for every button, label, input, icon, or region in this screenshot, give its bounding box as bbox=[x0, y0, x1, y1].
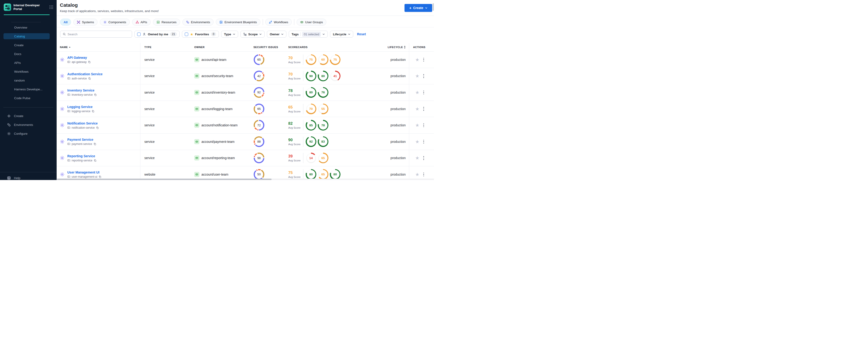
security-issues-gauge: 65 bbox=[254, 54, 265, 65]
person-icon bbox=[143, 32, 146, 36]
favorites-checkbox[interactable] bbox=[185, 32, 188, 36]
scorecard-value: 80 bbox=[306, 87, 316, 98]
entity-name-link[interactable]: Inventory Service bbox=[67, 89, 94, 92]
sidebar-bottom-nav: Create Environments Configure bbox=[0, 112, 57, 138]
actions-cell bbox=[409, 139, 434, 144]
favorites-filter[interactable]: ★ Favorites 0 bbox=[182, 31, 219, 38]
sidebar-item-overview[interactable]: Overview bbox=[0, 23, 57, 32]
tab-components[interactable]: Components bbox=[100, 19, 130, 26]
sidebar-bottom-item-configure[interactable]: Configure bbox=[0, 129, 57, 138]
entity-name-link[interactable]: Logging Service bbox=[67, 105, 93, 109]
favorites-count-badge: 0 bbox=[211, 32, 216, 36]
sidebar-item-workflows[interactable]: Workflows bbox=[0, 67, 57, 76]
favorite-star-icon[interactable] bbox=[415, 57, 420, 62]
scorecard-ring: 70 bbox=[306, 103, 316, 114]
security-issues-gauge: 72 bbox=[254, 120, 265, 130]
favorite-star-icon[interactable] bbox=[415, 90, 420, 95]
tab-all[interactable]: All bbox=[60, 19, 71, 26]
owner-dropdown[interactable]: Owner bbox=[267, 31, 286, 38]
header-divider bbox=[57, 16, 434, 16]
vertical-scrollbar-thumb[interactable] bbox=[433, 3, 434, 11]
owned-by-me-filter[interactable]: Owned by me 21 bbox=[134, 31, 180, 38]
entity-name-link[interactable]: User Management UI bbox=[67, 171, 99, 174]
tab-user-groups[interactable]: User Groups bbox=[297, 19, 327, 26]
tab-systems[interactable]: Systems bbox=[73, 19, 97, 26]
kebab-menu-icon[interactable] bbox=[423, 172, 425, 177]
owner-name: account/logging-team bbox=[202, 107, 232, 111]
kebab-menu-icon[interactable] bbox=[423, 90, 425, 95]
copy-icon[interactable] bbox=[88, 77, 91, 80]
entity-name-link[interactable]: Payment Service bbox=[67, 138, 93, 142]
sidebar-item-create[interactable]: Create bbox=[0, 41, 57, 50]
kebab-menu-icon[interactable] bbox=[423, 139, 425, 144]
scope-dropdown[interactable]: Scope bbox=[241, 31, 265, 38]
copy-icon[interactable] bbox=[94, 159, 97, 162]
entity-name-link[interactable]: Authentication Service bbox=[67, 72, 102, 76]
scorecards-cell: 75 Avg Score 806580 bbox=[287, 169, 385, 180]
favorite-star-icon[interactable] bbox=[415, 172, 420, 177]
copy-icon[interactable] bbox=[99, 175, 101, 178]
copy-icon[interactable] bbox=[88, 61, 91, 63]
sidebar-item-harness-develope[interactable]: Harness Develope... bbox=[0, 85, 57, 94]
kebab-menu-icon[interactable] bbox=[423, 123, 425, 128]
kebab-menu-icon[interactable] bbox=[423, 57, 425, 62]
kebab-menu-icon[interactable] bbox=[423, 107, 425, 111]
favorite-star-icon[interactable] bbox=[415, 73, 420, 78]
name-cell: Notification Service ID: notification-se… bbox=[57, 121, 140, 129]
chevron-down-icon bbox=[233, 33, 235, 35]
security-issues-value: 92 bbox=[254, 87, 265, 98]
chevron-down-icon bbox=[259, 33, 262, 35]
sidebar-item-code-pulse[interactable]: Code Pulse bbox=[0, 94, 57, 102]
copy-icon[interactable] bbox=[94, 93, 97, 96]
app-switcher-grid-icon[interactable] bbox=[49, 5, 53, 9]
column-header-name[interactable]: NAME▲ bbox=[57, 46, 140, 49]
sidebar-item-label: random bbox=[14, 79, 25, 82]
entity-name-link[interactable]: API Gateway bbox=[67, 56, 87, 59]
plus-icon: + bbox=[409, 6, 411, 10]
tab-apis[interactable]: APIs bbox=[132, 19, 151, 26]
scorecard-ring: 55 bbox=[318, 103, 329, 114]
sidebar-item-catalog[interactable]: Catalog bbox=[0, 32, 57, 41]
tab-workflows[interactable]: Workflows bbox=[265, 19, 292, 26]
search-input[interactable] bbox=[67, 32, 129, 36]
type-cell: service bbox=[140, 58, 190, 62]
scorecard-rings: 8578 bbox=[306, 120, 329, 130]
sidebar-bottom-item-create[interactable]: Create bbox=[0, 112, 57, 120]
entity-id: ID: api-gateway bbox=[67, 60, 87, 64]
copy-icon[interactable] bbox=[94, 143, 96, 145]
sidebar-item-random[interactable]: random bbox=[0, 76, 57, 85]
scorecard-ring: 92 bbox=[306, 136, 316, 147]
tab-environments[interactable]: Environments bbox=[182, 19, 214, 26]
type-dropdown[interactable]: Type bbox=[221, 31, 238, 38]
copy-icon[interactable] bbox=[96, 126, 99, 129]
sidebar-item-docs[interactable]: Docs bbox=[0, 50, 57, 58]
create-button[interactable]: + Create bbox=[405, 4, 432, 12]
owned-by-me-checkbox[interactable] bbox=[137, 32, 141, 36]
service-gear-icon bbox=[60, 139, 65, 144]
help-icon bbox=[7, 176, 11, 180]
column-header-lifecycle[interactable]: LIFECYCLE bbox=[385, 46, 409, 49]
favorite-star-icon[interactable] bbox=[415, 156, 420, 160]
sidebar-bottom-item-environments[interactable]: Environments bbox=[0, 120, 57, 129]
actions-cell bbox=[409, 107, 434, 111]
lifecycle-dropdown[interactable]: Lifecycle bbox=[330, 31, 353, 38]
kebab-menu-icon[interactable] bbox=[423, 156, 425, 160]
sidebar-item-help[interactable]: Help bbox=[7, 176, 21, 180]
entity-name-link[interactable]: Reporting Service bbox=[67, 154, 95, 158]
sidebar-item-apis[interactable]: APIs bbox=[0, 58, 57, 67]
copy-icon[interactable] bbox=[92, 110, 94, 113]
tab-resources[interactable]: Resources bbox=[153, 19, 180, 26]
kebab-menu-icon[interactable] bbox=[423, 73, 425, 79]
type-cell: service bbox=[140, 107, 190, 111]
horizontal-scrollbar-thumb[interactable] bbox=[57, 179, 272, 180]
favorite-star-icon[interactable] bbox=[415, 107, 420, 111]
favorite-star-icon[interactable] bbox=[415, 123, 420, 127]
team-icon bbox=[194, 155, 199, 160]
tags-dropdown[interactable]: Tags 01 selected bbox=[289, 31, 328, 38]
tab-environment-blueprints[interactable]: Environment Blueprints bbox=[216, 19, 260, 26]
actions-cell bbox=[409, 172, 434, 177]
entity-name-link[interactable]: Notification Service bbox=[67, 121, 98, 125]
reset-filters-link[interactable]: Reset bbox=[357, 32, 366, 36]
entity-id: ID: user-management-ui bbox=[67, 175, 97, 178]
favorite-star-icon[interactable] bbox=[415, 139, 420, 144]
